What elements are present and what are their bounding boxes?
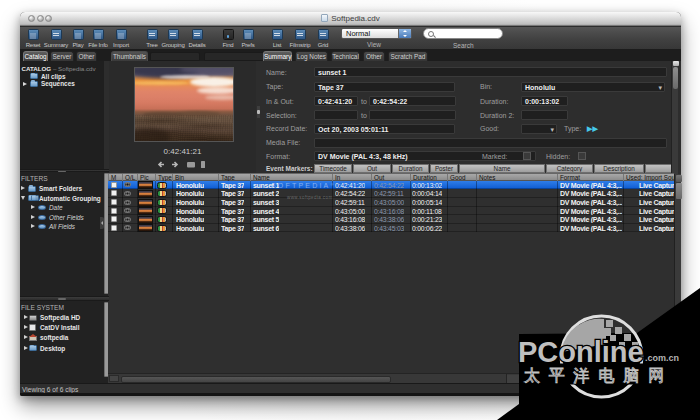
svg-text:.com.cn: .com.cn (645, 353, 679, 363)
svg-text:太平洋电脑网: 太平洋电脑网 (524, 367, 673, 384)
svg-text:PConline: PConline (518, 336, 644, 368)
